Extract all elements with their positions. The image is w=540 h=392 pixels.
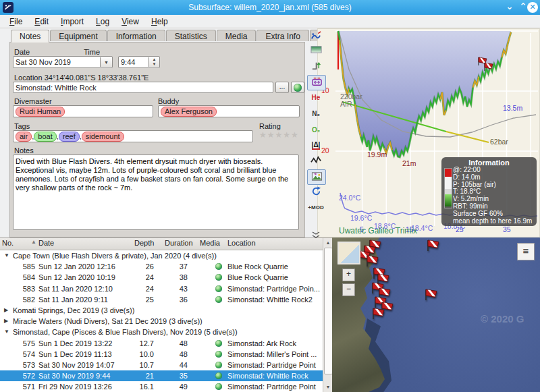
trip-group-row[interactable]: ▼ Cape Town (Blue Flash Divers & private… (0, 250, 323, 261)
collapse-arrow-icon[interactable]: ▶ (4, 316, 8, 327)
dive-site-flag-icon[interactable] (425, 240, 440, 252)
notes-textarea[interactable] (13, 155, 299, 230)
scroll-down-icon[interactable]: ▼ (324, 383, 332, 391)
svg-text:19.9m: 19.9m (367, 150, 387, 159)
shade-gradient-button[interactable] (307, 43, 325, 57)
col-media[interactable]: Media (200, 239, 220, 247)
tab-media[interactable]: Media (217, 30, 256, 41)
trip-group-row[interactable]: ▶ Miracle Waters (Nudi Divers), Sat 21 D… (0, 316, 323, 327)
col-no[interactable]: No. (2, 239, 14, 247)
tags-input[interactable]: air, boat, reef, sidemount (13, 130, 253, 142)
dive-row[interactable]: 575 Sun 1 Dec 2019 13:22 12.7 48 Simonst… (0, 338, 323, 349)
col-duration[interactable]: Duration (165, 239, 193, 247)
dive-computer-button[interactable] (307, 30, 325, 44)
calc-ceiling-button[interactable] (307, 59, 325, 74)
tag-chip-boat: boat (34, 132, 56, 142)
dive-location: Simonstad: Whittle Rock (227, 370, 308, 381)
location-map-button[interactable] (291, 82, 304, 93)
dive-depth: 12.7 (122, 338, 154, 349)
dive-row[interactable]: 571 Fri 29 Nov 2019 13:26 16.1 49 Simons… (0, 381, 323, 392)
dive-profile-chart[interactable]: 1020515253519.9m21m220barAIR62bar13.5m24… (317, 28, 540, 237)
minimize-button[interactable]: ⌄ (504, 2, 516, 13)
mod-button[interactable]: +MOD (307, 200, 325, 215)
tags-label: Tags (14, 122, 30, 130)
tab-equipment[interactable]: Equipment (50, 30, 106, 41)
spinner-arrows-icon[interactable]: ▲▼ (148, 57, 159, 67)
menu-import[interactable]: Import (55, 16, 89, 27)
photos-button[interactable] (307, 169, 326, 185)
star-icon[interactable]: ★ (275, 130, 284, 140)
date-combobox[interactable]: Sat 30 Nov 2019 ▼ (13, 56, 113, 68)
location-more-button[interactable]: ... (275, 82, 289, 93)
heartrate-button[interactable] (307, 154, 325, 168)
time-spinbox[interactable]: 9:44 ▲▼ (118, 56, 160, 68)
dive-row[interactable]: 583 Sat 11 Jan 2020 12:10 24 43 Simonsta… (0, 283, 323, 294)
tank-bar-button[interactable] (307, 75, 326, 90)
svg-text:13.5m: 13.5m (503, 104, 522, 112)
dive-site-flag-icon[interactable] (423, 289, 438, 302)
dive-site-flag-icon[interactable] (364, 255, 379, 268)
expand-arrow-icon[interactable]: ▼ (4, 327, 9, 337)
dive-location: Simonstad: Partridge Point (227, 381, 316, 392)
dive-row[interactable]: 572 Sat 30 Nov 2019 9:44 21 35 Simonstad… (0, 370, 323, 381)
map-menu-button[interactable]: ≡ (517, 243, 535, 260)
tab-extra-info[interactable]: Extra Info (256, 30, 308, 41)
dive-list[interactable]: No. ▲ Date Depth Duration Media Location… (0, 237, 332, 392)
menu-log[interactable]: Log (90, 16, 115, 27)
expand-arrow-icon[interactable]: ▼ (4, 250, 9, 261)
pp-n2-button[interactable]: N₂ (307, 107, 325, 121)
menu-view[interactable]: View (116, 16, 144, 27)
trip-group-row[interactable]: ▶ Komati Springs, Dec 2019 (3 dive(s)) (0, 305, 323, 316)
pp-he-button[interactable]: He (307, 90, 325, 105)
scroll-up-icon[interactable]: ▲ (324, 239, 332, 247)
overview-minimap[interactable] (338, 242, 360, 264)
map-zoom-in-button[interactable]: + (342, 269, 355, 281)
svg-text:21m: 21m (402, 159, 416, 167)
rating-stars[interactable]: ★★★★★ (259, 130, 299, 140)
dive-date: Sat 30 Nov 2019 9:44 (38, 370, 110, 381)
map-zoom-out-button[interactable]: − (342, 283, 355, 296)
buddy-input[interactable]: Alex Ferguson (158, 105, 300, 117)
star-icon[interactable]: ★ (267, 130, 275, 140)
dive-list-scrollbar[interactable]: ▲ ▼ (323, 238, 332, 392)
divemaster-input[interactable]: Rudi Human (13, 105, 153, 117)
collapse-arrow-icon[interactable]: ▶ (4, 305, 8, 316)
dive-site-flag-icon[interactable] (371, 308, 385, 320)
chevron-down-icon[interactable]: ▼ (100, 57, 112, 67)
location-input[interactable]: Simonstad: Whittle Rock (13, 82, 273, 93)
dive-depth: 10.7 (122, 360, 154, 370)
menu-file[interactable]: File (4, 16, 28, 27)
col-date[interactable]: Date (38, 239, 54, 247)
close-button[interactable]: ✕ (527, 2, 538, 13)
tooltip-line: Surface GF 60% (453, 211, 537, 218)
dc-reload-button[interactable] (307, 185, 325, 199)
dive-depth: 26 (122, 261, 154, 272)
titlebar[interactable]: Subsurface: willem_2020_jan.xml (585 div… (0, 0, 540, 15)
ruler-icon: |Δ| (312, 141, 321, 150)
dive-row[interactable]: 584 Sun 12 Jan 2020 10:19 24 38 Blue Roc… (0, 272, 323, 283)
dive-sites-map[interactable]: + − ≡ © 2020 G (332, 237, 540, 392)
tab-notes[interactable]: Notes (11, 30, 49, 43)
col-location[interactable]: Location (227, 239, 256, 247)
tab-statistics[interactable]: Statistics (166, 30, 216, 41)
globe-icon (215, 263, 222, 270)
dive-duration: 49 (162, 381, 188, 392)
trip-group-row[interactable]: ▼ Simonstad, Cape (Pisces & Blue Flash D… (0, 327, 323, 337)
dive-row[interactable]: 573 Sat 30 Nov 2019 14:07 10.7 44 Simons… (0, 360, 323, 370)
dive-row[interactable]: 574 Sun 1 Dec 2019 11:13 10.0 48 Simonst… (0, 349, 323, 360)
dive-list-header[interactable]: No. ▲ Date Depth Duration Media Location (0, 238, 332, 250)
ruler-button[interactable]: |Δ| (307, 138, 325, 152)
dive-duration: 48 (162, 338, 188, 349)
collapse-toolbar-button[interactable] (307, 227, 325, 242)
star-icon[interactable]: ★ (259, 130, 267, 140)
menu-help[interactable]: Help (146, 16, 173, 27)
col-depth[interactable]: Depth (134, 239, 154, 247)
menu-edit[interactable]: Edit (29, 16, 54, 27)
pp-o2-button[interactable]: O₂ (307, 123, 325, 137)
dive-row[interactable]: 582 Sat 11 Jan 2020 9:11 25 36 Simonstad… (0, 294, 323, 305)
rating-label: Rating (259, 122, 281, 130)
tab-information[interactable]: Information (107, 30, 165, 41)
dive-row[interactable]: 585 Sun 12 Jan 2020 12:16 26 37 Blue Roc… (0, 261, 323, 272)
star-icon[interactable]: ★ (291, 130, 299, 140)
star-icon[interactable]: ★ (283, 130, 291, 140)
